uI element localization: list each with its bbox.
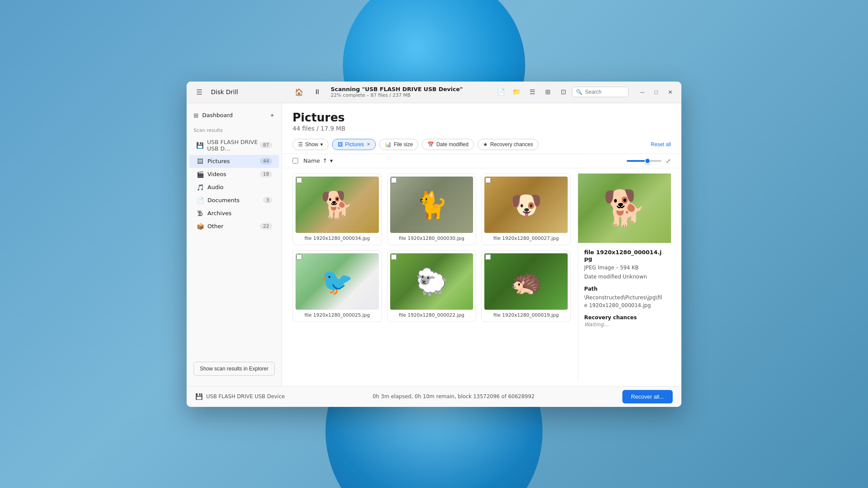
documents-label: Documents (207, 197, 263, 203)
date-modified-icon: 📅 (427, 141, 434, 147)
close-button[interactable]: ✕ (664, 86, 676, 98)
dashboard-icon: ⊞ (194, 112, 199, 119)
file-card[interactable]: file 1920x1280_000034.jpg (293, 174, 382, 245)
preview-path-title: Path (584, 286, 665, 292)
recovery-chances-label: Recovery chances (490, 141, 533, 147)
file-size-filter-button[interactable]: 📊 File size (379, 139, 418, 150)
sidebar-item-other[interactable]: 📦 Other 22 (189, 220, 279, 233)
file-icon-button[interactable]: 📄 (494, 85, 508, 99)
home-button[interactable]: 🏠 (292, 85, 306, 99)
file-size-label: File size (394, 141, 413, 147)
file-card-name-1: file 1920x1280_000034.jpg (293, 233, 381, 245)
file-card-checkbox-5[interactable] (391, 254, 397, 260)
scan-info: Scanning "USB FLASH DRIVE USB Device" 22… (331, 86, 463, 98)
preview-filename: file 1920x1280_000014.jpg (584, 249, 665, 262)
scan-results-label: Scan results (187, 126, 282, 136)
preview-date-value: Unknown (623, 274, 647, 280)
recovery-chances-filter-button[interactable]: ★ Recovery chances (477, 139, 539, 150)
file-card-name-5: file 1920x1280_000022.jpg (388, 310, 476, 321)
pictures-filter-label: Pictures (345, 141, 364, 147)
file-thumbnail-6 (484, 253, 568, 310)
content-header: Pictures 44 files / 17.9 MB (282, 103, 681, 135)
sidebar-item-pictures[interactable]: 🖼 Pictures 44 (189, 155, 279, 168)
videos-label: Videos (207, 171, 260, 177)
hamburger-button[interactable]: ☰ (192, 85, 207, 99)
maximize-button[interactable]: □ (650, 86, 662, 98)
title-bar: ☰ Disk Drill 🏠 ⏸ Scanning "USB FLASH DRI… (187, 82, 681, 103)
dashboard-label: Dashboard (202, 112, 233, 118)
pictures-filter-button[interactable]: 🖼 Pictures ✕ (332, 139, 376, 150)
file-thumbnail-5 (390, 253, 473, 310)
content-area: Pictures 44 files / 17.9 MB ☰ Show ▾ 🖼 P… (282, 103, 681, 386)
file-card-checkbox-2[interactable] (391, 177, 397, 183)
file-card-name-3: file 1920x1280_000027.jpg (482, 233, 570, 245)
file-list-header: Name ↑ ▾ ⤢ (282, 154, 681, 168)
sidebar-dashboard-item[interactable]: ⊞ Dashboard ✦ (187, 108, 282, 122)
sidebar-item-videos[interactable]: 🎬 Videos 18 (189, 168, 279, 181)
pictures-filter-close[interactable]: ✕ (367, 142, 370, 147)
zoom-slider[interactable] (627, 160, 661, 162)
recover-all-button[interactable]: Recover all... (622, 390, 673, 403)
reset-all-button[interactable]: Reset all (651, 141, 671, 147)
preview-panel: file 1920x1280_000014.jpg JPEG Image – 5… (578, 174, 671, 381)
preview-type: JPEG Image (584, 265, 614, 271)
pictures-label: Pictures (207, 158, 260, 164)
sidebar-item-documents[interactable]: 📄 Documents 3 (189, 194, 279, 207)
app-window: ☰ Disk Drill 🏠 ⏸ Scanning "USB FLASH DRI… (187, 82, 681, 407)
documents-badge: 3 (263, 197, 272, 203)
file-grid: file 1920x1280_000034.jpg file 1920x1280… (293, 174, 571, 322)
select-all-checkbox[interactable] (293, 158, 298, 164)
usb-badge: 87 (260, 142, 272, 148)
videos-icon: 🎬 (196, 171, 204, 178)
search-input[interactable] (585, 89, 624, 95)
title-bar-center: 🏠 ⏸ Scanning "USB FLASH DRIVE USB Device… (287, 85, 633, 99)
show-explorer-button[interactable]: Show scan results in Explorer (194, 362, 275, 376)
date-modified-filter-button[interactable]: 📅 Date modified (422, 139, 474, 150)
sort-up-icon: ↑ (322, 157, 327, 164)
file-thumbnail-1 (296, 177, 379, 233)
file-card-checkbox-1[interactable] (296, 177, 302, 183)
sidebar-item-audio[interactable]: 🎵 Audio (189, 181, 279, 194)
scan-title: Scanning "USB FLASH DRIVE USB Device" (331, 86, 463, 92)
loading-icon: ✦ (270, 112, 275, 119)
other-label: Other (207, 223, 260, 229)
expand-icon[interactable]: ⤢ (666, 157, 671, 164)
grid-and-preview: file 1920x1280_000034.jpg file 1920x1280… (282, 168, 681, 386)
page-title: Pictures (293, 111, 671, 124)
audio-label: Audio (207, 184, 272, 190)
file-grid-container[interactable]: file 1920x1280_000034.jpg file 1920x1280… (293, 174, 572, 381)
name-sort-button[interactable]: Name ↑ ▾ (303, 157, 333, 164)
file-card-checkbox-4[interactable] (296, 254, 302, 260)
minimize-button[interactable]: ─ (636, 86, 648, 98)
file-card-name-2: file 1920x1280_000030.jpg (388, 233, 476, 245)
preview-recovery-status: Waiting... (584, 321, 665, 328)
scan-subtitle: 22% complete – 87 files / 237 MB (331, 92, 463, 98)
split-view-button[interactable]: ⊡ (556, 85, 570, 99)
file-card[interactable]: file 1920x1280_000030.jpg (387, 174, 477, 245)
folder-icon-button[interactable]: 📁 (510, 85, 523, 99)
grid-view-button[interactable]: ⊞ (541, 85, 555, 99)
file-card[interactable]: file 1920x1280_000027.jpg (481, 174, 571, 245)
other-icon: 📦 (196, 223, 204, 230)
sidebar-item-archives[interactable]: 🗜 Archives (189, 207, 279, 220)
preview-type-size: JPEG Image – 594 KB (584, 264, 665, 272)
search-icon: 🔍 (576, 89, 582, 95)
file-card-checkbox-3[interactable] (485, 177, 491, 183)
sidebar: ⊞ Dashboard ✦ Scan results 💾 USB FLASH D… (187, 103, 282, 386)
audio-icon: 🎵 (196, 184, 204, 191)
recovery-chances-icon: ★ (483, 141, 488, 147)
pause-button[interactable]: ⏸ (310, 85, 325, 99)
preview-size: 594 KB (620, 265, 639, 271)
slider-track (627, 160, 661, 162)
show-filter-button[interactable]: ☰ Show ▾ (293, 139, 329, 150)
file-card[interactable]: file 1920x1280_000022.jpg (387, 250, 477, 322)
sidebar-item-usb[interactable]: 💾 USB FLASH DRIVE USB D... 87 (189, 136, 279, 155)
list-view-button[interactable]: ☰ (525, 85, 539, 99)
pictures-badge: 44 (260, 158, 272, 164)
toolbar-icons: 📄 📁 ☰ ⊞ ⊡ 🔍 (494, 85, 628, 99)
file-card-checkbox-6[interactable] (485, 254, 491, 260)
file-card[interactable]: file 1920x1280_000025.jpg (293, 250, 382, 322)
file-card[interactable]: file 1920x1280_000019.jpg (481, 250, 571, 322)
file-size-icon: 📊 (385, 141, 391, 147)
usb-icon: 💾 (196, 142, 204, 149)
